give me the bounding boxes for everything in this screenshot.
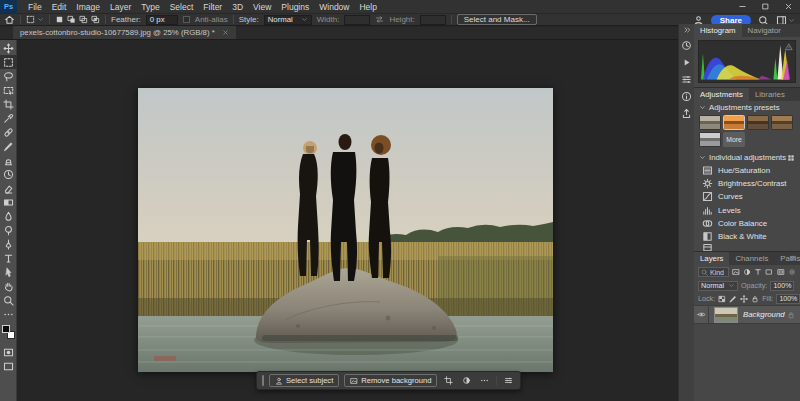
filter-smart-objects-button[interactable]: [777, 267, 785, 277]
filter-options-button[interactable]: [788, 267, 796, 277]
close-tab-icon[interactable]: [222, 29, 229, 36]
clone-stamp-tool[interactable]: [0, 153, 17, 167]
lock-all-icon[interactable]: [751, 295, 759, 303]
filter-shape-layers-button[interactable]: [765, 267, 773, 277]
select-and-mask-button[interactable]: Select and Mask...: [457, 14, 537, 25]
transform-button[interactable]: [442, 374, 455, 387]
eraser-tool[interactable]: [0, 181, 17, 195]
menu-plugins[interactable]: Plugins: [276, 0, 314, 13]
panel-menu-icon[interactable]: [789, 254, 797, 262]
lock-transparency-icon[interactable]: [718, 295, 726, 303]
dodge-tool[interactable]: [0, 223, 17, 237]
presets-more-button[interactable]: More: [723, 132, 745, 147]
preset-thumbnail-3[interactable]: [747, 115, 769, 130]
individual-adjustments-header[interactable]: Individual adjustments: [694, 151, 800, 164]
crop-tool[interactable]: [0, 97, 17, 111]
select-subject-button[interactable]: Select subject: [269, 374, 339, 387]
warning-icon[interactable]: [785, 43, 793, 51]
menu-type[interactable]: Type: [136, 0, 164, 13]
new-selection-icon[interactable]: [55, 15, 64, 24]
preset-thumbnail-5[interactable]: [699, 132, 721, 147]
style-select[interactable]: Normal: [264, 15, 312, 25]
document-tab[interactable]: pexels-cottonbro-studio-10677589.jpg @ 2…: [13, 26, 236, 39]
menu-image[interactable]: Image: [71, 0, 105, 13]
swap-dimensions-icon[interactable]: [375, 15, 384, 24]
home-icon[interactable]: [4, 14, 15, 25]
adjustment-item-partial[interactable]: [694, 243, 800, 251]
feather-input[interactable]: 0 px: [146, 15, 178, 25]
menu-file[interactable]: File: [23, 0, 47, 13]
tool-preset-picker[interactable]: [26, 15, 44, 24]
lasso-tool[interactable]: [0, 69, 17, 83]
opacity-input[interactable]: 100%: [770, 281, 794, 291]
more-options-button[interactable]: [478, 374, 491, 387]
filter-adjustment-layers-button[interactable]: [743, 267, 751, 277]
lock-pixels-icon[interactable]: [729, 295, 737, 303]
kind-filter-select[interactable]: Kind: [698, 267, 729, 277]
height-input[interactable]: [420, 15, 446, 25]
adjustment-item-levels[interactable]: Levels: [694, 204, 800, 217]
adjustments-presets-header[interactable]: Adjustments presets: [694, 101, 800, 114]
menu-window[interactable]: Window: [314, 0, 354, 13]
adjustment-item-brightness-contrast[interactable]: Brightness/Contrast: [694, 177, 800, 190]
fill-input[interactable]: 100%: [776, 294, 800, 304]
width-input[interactable]: [344, 15, 370, 25]
eyedropper-tool[interactable]: [0, 111, 17, 125]
properties-panel-icon[interactable]: [681, 74, 692, 85]
screen-mode-button[interactable]: [0, 359, 17, 373]
menu-layer[interactable]: Layer: [105, 0, 136, 13]
maximize-button[interactable]: [754, 0, 777, 13]
menu-select[interactable]: Select: [165, 0, 199, 13]
export-panel-icon[interactable]: [681, 108, 692, 119]
layer-row-background[interactable]: Background: [694, 305, 800, 324]
blend-mode-select[interactable]: Normal: [698, 281, 738, 291]
move-tool[interactable]: [0, 41, 17, 55]
lock-position-icon[interactable]: [740, 295, 748, 303]
type-tool[interactable]: [0, 251, 17, 265]
info-panel-icon[interactable]: [681, 91, 692, 102]
adjustment-item-color-balance[interactable]: Color Balance: [694, 217, 800, 230]
add-selection-icon[interactable]: [67, 15, 76, 24]
tab-layers[interactable]: Layers: [694, 252, 729, 265]
document-image[interactable]: [138, 88, 553, 372]
anti-alias-checkbox[interactable]: [183, 16, 190, 23]
path-selection-tool[interactable]: [0, 265, 17, 279]
menu-view[interactable]: View: [248, 0, 276, 13]
blur-tool[interactable]: [0, 209, 17, 223]
preset-thumbnail-4[interactable]: [771, 115, 793, 130]
adjustment-item-black-white[interactable]: Black & White: [694, 230, 800, 243]
quick-mask-button[interactable]: [0, 345, 17, 359]
tab-channels[interactable]: Channels: [729, 252, 774, 265]
subtract-selection-icon[interactable]: [79, 15, 88, 24]
adjustment-item-curves[interactable]: Curves: [694, 190, 800, 203]
gradient-tool[interactable]: [0, 195, 17, 209]
foreground-color-swatch[interactable]: [2, 325, 10, 333]
preset-thumbnail-1[interactable]: [699, 115, 721, 130]
hand-tool[interactable]: [0, 279, 17, 293]
menu-help[interactable]: Help: [354, 0, 381, 13]
remove-background-button[interactable]: Remove background: [344, 374, 437, 387]
object-selection-tool[interactable]: [0, 83, 17, 97]
close-button[interactable]: [777, 0, 800, 13]
grid-view-icon[interactable]: [787, 154, 795, 162]
menu-filter[interactable]: Filter: [198, 0, 227, 13]
preset-thumbnail-2[interactable]: [723, 115, 745, 130]
taskbar-properties-button[interactable]: [502, 374, 515, 387]
tab-libraries[interactable]: Libraries: [749, 88, 791, 101]
menu-3d[interactable]: 3D: [227, 0, 248, 13]
tab-navigator[interactable]: Navigator: [742, 24, 787, 37]
tab-adjustments[interactable]: Adjustments: [694, 88, 749, 101]
history-panel-icon[interactable]: [681, 40, 692, 51]
tab-histogram[interactable]: Histogram: [694, 24, 742, 37]
collapse-dock-icon[interactable]: [683, 26, 691, 34]
adjustments-button[interactable]: [460, 374, 473, 387]
taskbar-drag-handle[interactable]: [262, 375, 264, 386]
layer-thumbnail[interactable]: [714, 307, 738, 323]
adjustment-item-hue-saturation[interactable]: Hue/Saturation: [694, 164, 800, 177]
edit-toolbar-button[interactable]: [0, 307, 17, 321]
filter-pixel-layers-button[interactable]: [732, 267, 740, 277]
minimize-button[interactable]: [731, 0, 754, 13]
rectangular-marquee-tool[interactable]: [0, 55, 17, 69]
zoom-tool[interactable]: [0, 293, 17, 307]
actions-panel-icon[interactable]: [681, 57, 692, 68]
